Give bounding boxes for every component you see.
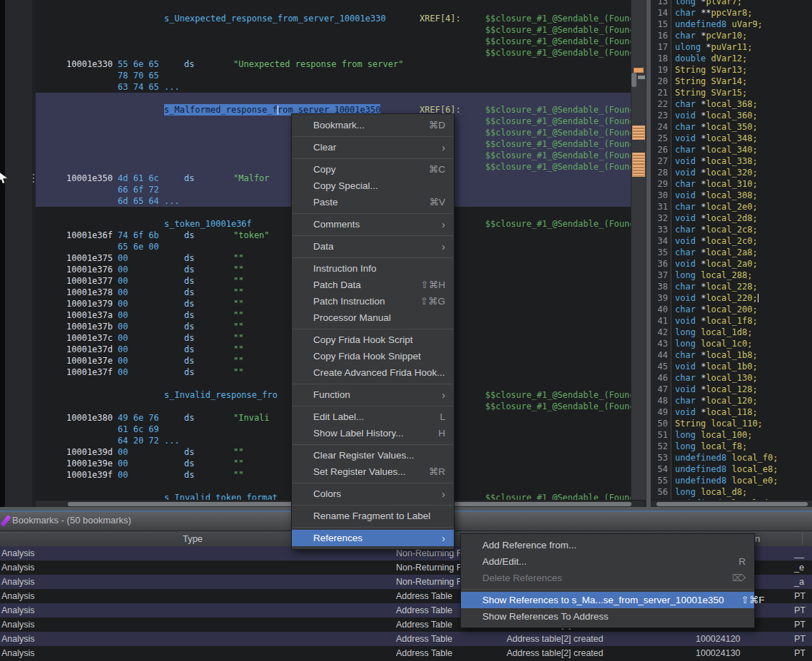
- code-text[interactable]: String local_110;: [675, 418, 763, 429]
- code-text[interactable]: char **ppcVar8;: [675, 7, 752, 19]
- code-text[interactable]: char *local_1b8;: [675, 349, 758, 361]
- bookmark-marker-icon[interactable]: [634, 68, 644, 73]
- bookmark-row[interactable]: AnalysisAddress TableAddress table[2] cr…: [0, 646, 812, 660]
- menu-item-copy-special[interactable]: Copy Special...: [292, 178, 454, 194]
- menu-item-copy-frida-hook-script[interactable]: Copy Frida Hook Script: [292, 332, 454, 348]
- code-text[interactable]: char *local_2c8;: [675, 224, 758, 235]
- code-line[interactable]: 49void *local_118;: [651, 406, 812, 418]
- menu-item-edit-label[interactable]: Edit Label...L: [292, 409, 454, 425]
- menu-item-copy[interactable]: Copy⌘C: [292, 161, 454, 178]
- code-text[interactable]: long local_d8;: [675, 486, 747, 498]
- code-line[interactable]: 45void *local_1b0;: [651, 361, 812, 372]
- code-text[interactable]: ulong *puVar11;: [675, 41, 752, 53]
- code-text[interactable]: char *local_2a8;: [675, 247, 758, 258]
- menu-item-patch-data[interactable]: Patch Data⇧⌘H: [292, 277, 454, 293]
- code-line[interactable]: 33char *local_2c8;: [651, 224, 812, 235]
- bookmark-marker-icon[interactable]: [632, 125, 645, 140]
- code-line[interactable]: 56long local_d8;: [651, 486, 812, 498]
- bookmark-row[interactable]: AnalysisAddress TableAddress table[2] cr…: [0, 632, 812, 646]
- code-line[interactable]: 16char *pcVar10;: [651, 30, 812, 41]
- listing-line[interactable]: [36, 93, 631, 104]
- code-text[interactable]: char *local_200;: [675, 304, 758, 315]
- code-text[interactable]: undefined8 uVar9;: [675, 19, 763, 30]
- marker-bar[interactable]: [631, 0, 646, 500]
- code-line[interactable]: 28void *local_320;: [651, 167, 812, 178]
- code-line[interactable]: 48char *local_120;: [651, 395, 812, 406]
- decompiler-panel[interactable]: 13long *plVar7;14char **ppcVar8;15undefi…: [651, 0, 812, 500]
- code-line[interactable]: 43long local_1c0;: [651, 338, 812, 349]
- menu-item-data[interactable]: Data›: [292, 238, 454, 255]
- code-text[interactable]: long *plVar7;: [675, 0, 742, 7]
- menu-item-delete-references[interactable]: Delete References⌦: [461, 570, 754, 586]
- menu-item-create-advanced-frida-hook[interactable]: Create Advanced Frida Hook...: [292, 364, 454, 381]
- code-line[interactable]: 50String local_110;: [651, 418, 812, 429]
- menu-item-processor-manual[interactable]: Processor Manual: [292, 309, 454, 326]
- listing-line[interactable]: 10001e33055 6e 65ds"Unexpected response …: [36, 58, 631, 70]
- code-line[interactable]: 23void *local_360;: [651, 110, 812, 121]
- code-text[interactable]: String SVar15;: [675, 87, 747, 98]
- code-text[interactable]: void *local_128;: [675, 384, 758, 395]
- code-text[interactable]: char *local_310;: [675, 178, 758, 190]
- code-text[interactable]: void *local_348;: [675, 133, 758, 144]
- menu-item-set-register-values[interactable]: Set Register Values...⌘R: [292, 463, 454, 480]
- code-line[interactable]: 46char *local_130;: [651, 372, 812, 384]
- code-text[interactable]: char *local_120;: [675, 395, 758, 406]
- code-line[interactable]: 35char *local_2a8;: [651, 247, 812, 258]
- code-line[interactable]: 32void *local_2d8;: [651, 212, 812, 224]
- code-line[interactable]: 38char *local_228;: [651, 281, 812, 292]
- code-line[interactable]: 19String SVar13;: [651, 64, 812, 76]
- code-text[interactable]: char *local_368;: [675, 98, 758, 110]
- code-text[interactable]: double dVar12;: [675, 53, 747, 64]
- menu-item-references[interactable]: References›: [292, 530, 454, 546]
- code-text[interactable]: void *local_1b0;: [675, 361, 758, 372]
- listing-line[interactable]: s_Unexpected_response_from_server_10001e…: [36, 13, 631, 24]
- code-line[interactable]: 20String SVar14;: [651, 76, 812, 87]
- code-text[interactable]: void *local_2a0;: [675, 258, 758, 270]
- menu-item-patch-instruction[interactable]: Patch Instruction⇧⌘G: [292, 293, 454, 309]
- menu-item-add-reference-from[interactable]: Add Reference from...: [461, 537, 754, 553]
- splitter-grip-icon[interactable]: [33, 174, 34, 175]
- code-line[interactable]: 26char *local_340;: [651, 144, 812, 155]
- menu-item-add-edit[interactable]: Add/Edit...R: [461, 553, 754, 570]
- code-text[interactable]: char *local_350;: [675, 121, 758, 133]
- column-separator[interactable]: [802, 533, 803, 545]
- code-text[interactable]: undefined8 local_f0;: [675, 452, 778, 463]
- code-line[interactable]: 21String SVar15;: [651, 87, 812, 98]
- listing-line[interactable]: 63 74 65 ...: [36, 81, 631, 93]
- column-header-location-fragment[interactable]: n: [755, 531, 760, 546]
- code-text[interactable]: long local_f8;: [675, 441, 747, 452]
- code-line[interactable]: 41void *local_1f8;: [651, 315, 812, 327]
- code-text[interactable]: long local_288;: [675, 270, 752, 281]
- code-line[interactable]: 18double dVar12;: [651, 53, 812, 64]
- code-line[interactable]: 31char *local_2e0;: [651, 201, 812, 212]
- code-text[interactable]: void *local_220;: [675, 292, 758, 304]
- code-line[interactable]: 27void *local_338;: [651, 155, 812, 167]
- code-line[interactable]: 51long local_100;: [651, 429, 812, 441]
- code-text[interactable]: String SVar13;: [675, 64, 747, 76]
- code-text[interactable]: long local_1d8;: [675, 327, 752, 338]
- code-text[interactable]: char *local_340;: [675, 144, 758, 155]
- code-text[interactable]: void *local_2d8;: [675, 212, 758, 224]
- code-line[interactable]: 44char *local_1b8;: [651, 349, 812, 361]
- code-line[interactable]: 34void *local_2c0;: [651, 235, 812, 247]
- bookmark-marker-icon[interactable]: [632, 153, 645, 165]
- menu-item-bookmark[interactable]: Bookmark...⌘D: [292, 117, 454, 133]
- menu-item-show-references-to-address[interactable]: Show References To Address: [461, 608, 754, 625]
- code-text[interactable]: char *local_130;: [675, 372, 758, 384]
- code-text[interactable]: void *local_118;: [675, 406, 758, 418]
- code-text[interactable]: void *local_360;: [675, 110, 758, 121]
- listing-line[interactable]: 78 70 65: [36, 70, 631, 81]
- code-line[interactable]: 30void *local_308;: [651, 190, 812, 201]
- code-text[interactable]: String SVar14;: [675, 76, 747, 87]
- listing-line[interactable]: $$closure_#1_@Sendable_(Founc: [36, 24, 631, 36]
- code-text[interactable]: char *pcVar10;: [675, 30, 747, 41]
- code-line[interactable]: 29char *local_310;: [651, 178, 812, 190]
- code-line[interactable]: 37long local_288;: [651, 270, 812, 281]
- code-line[interactable]: 53undefined8 local_f0;: [651, 452, 812, 463]
- cursor-marker-icon[interactable]: [638, 76, 645, 79]
- code-text[interactable]: char *local_228;: [675, 281, 758, 292]
- code-line[interactable]: 47void *local_128;: [651, 384, 812, 395]
- code-text[interactable]: char *local_2e0;: [675, 201, 758, 212]
- code-text[interactable]: void *local_1f8;: [675, 315, 758, 327]
- listing-line[interactable]: $$closure_#1_@Sendable_(Founc: [36, 47, 631, 58]
